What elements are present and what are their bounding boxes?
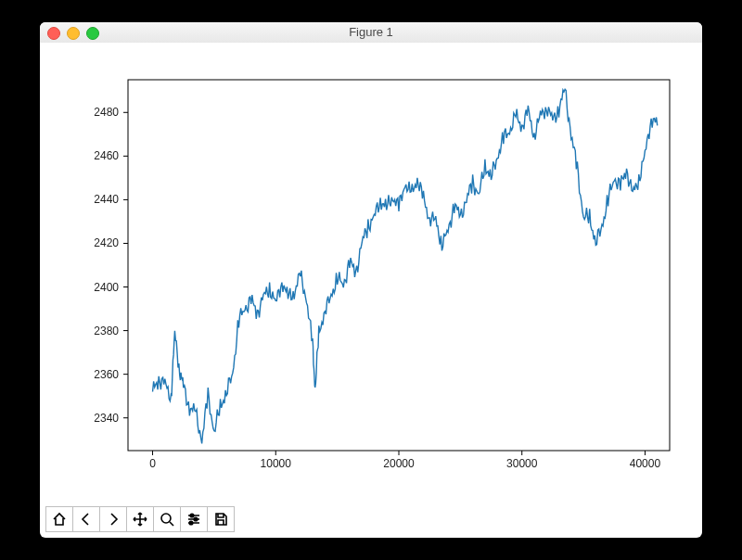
y-tick-label: 2380 — [94, 325, 119, 337]
x-tick-label: 20000 — [383, 457, 415, 470]
y-tick-label: 2360 — [94, 368, 119, 381]
chart: 010000200003000040000 234023602380240024… — [40, 43, 702, 506]
svg-point-15 — [194, 517, 198, 521]
toolbar-zoom-button[interactable] — [153, 506, 181, 532]
minimize-icon[interactable] — [67, 27, 80, 40]
svg-point-13 — [161, 514, 171, 523]
configure-icon — [186, 512, 201, 527]
y-tick-label: 2440 — [94, 193, 119, 206]
toolbar-home-button[interactable] — [45, 506, 73, 532]
home-icon — [52, 512, 67, 527]
close-icon[interactable] — [47, 27, 60, 40]
line-series — [153, 89, 658, 443]
pan-icon — [133, 512, 147, 527]
back-icon — [79, 512, 94, 527]
x-tick-label: 10000 — [261, 457, 292, 470]
y-tick-label: 2340 — [94, 412, 119, 425]
zoom-window-icon[interactable] — [86, 27, 99, 40]
titlebar: Figure 1 — [40, 22, 702, 44]
x-tick-label: 0 — [149, 457, 156, 470]
plot-canvas[interactable]: 010000200003000040000 234023602380240024… — [40, 43, 702, 506]
x-tick-label: 30000 — [506, 457, 538, 470]
toolbar-pan-button[interactable] — [126, 506, 154, 532]
toolbar-forward-button[interactable] — [99, 506, 127, 532]
toolbar-back-button[interactable] — [72, 506, 100, 532]
y-tick-label: 2420 — [94, 236, 119, 249]
matplotlib-toolbar — [45, 506, 234, 532]
toolbar-save-button[interactable] — [207, 506, 235, 532]
x-tick-label: 40000 — [630, 457, 661, 470]
figure-window: Figure 1 010000200003000040000 234023602… — [40, 22, 702, 538]
zoom-icon — [160, 512, 174, 527]
forward-icon — [106, 512, 121, 527]
toolbar-configure-button[interactable] — [180, 506, 208, 532]
y-tick-label: 2460 — [94, 149, 119, 162]
svg-point-14 — [190, 514, 194, 517]
window-controls — [47, 27, 99, 40]
y-tick-label: 2400 — [94, 281, 119, 294]
svg-point-16 — [189, 521, 193, 525]
y-tick-label: 2480 — [94, 106, 119, 119]
save-icon — [213, 512, 228, 527]
window-title: Figure 1 — [40, 22, 702, 43]
